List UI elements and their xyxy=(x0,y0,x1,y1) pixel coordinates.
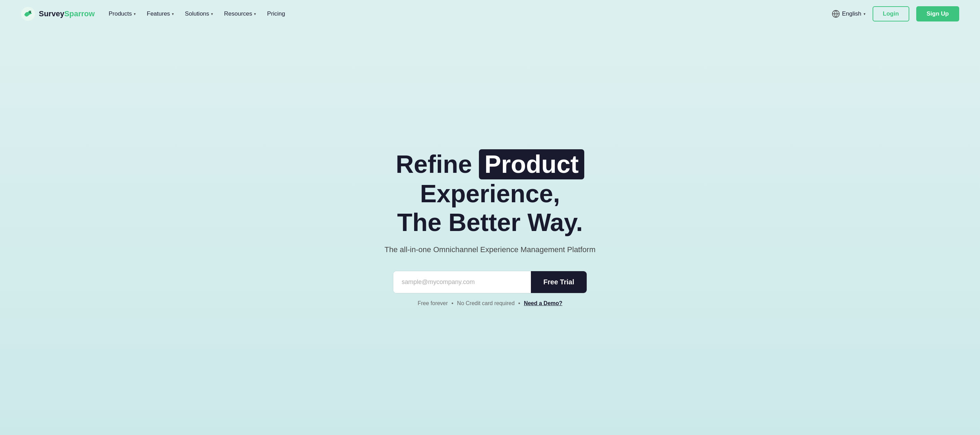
hero-subtitle: The all-in-one Omnichannel Experience Ma… xyxy=(385,245,596,254)
nav-item-solutions[interactable]: Solutions ▾ xyxy=(185,10,213,17)
language-selector[interactable]: English ▾ xyxy=(832,10,865,18)
chevron-down-icon: ▾ xyxy=(134,12,136,16)
nav-item-products[interactable]: Products ▾ xyxy=(108,10,135,17)
logo-icon xyxy=(21,6,35,21)
chevron-down-icon: ▾ xyxy=(172,12,174,16)
svg-point-1 xyxy=(29,11,31,13)
signup-button[interactable]: Sign Up xyxy=(916,6,959,21)
free-trial-button[interactable]: Free Trial xyxy=(531,271,587,293)
hero-section: Refine Product Experience, The Better Wa… xyxy=(0,28,980,435)
nav-item-pricing[interactable]: Pricing xyxy=(267,10,285,17)
nav-links: Products ▾ Features ▾ Solutions ▾ Resour… xyxy=(108,10,285,17)
nav-item-resources[interactable]: Resources ▾ xyxy=(224,10,256,17)
chevron-down-icon: ▾ xyxy=(254,12,256,16)
login-button[interactable]: Login xyxy=(873,6,909,21)
hero-title: Refine Product Experience, The Better Wa… xyxy=(334,149,646,237)
brand-name: SurveySparrow xyxy=(39,10,95,18)
globe-icon xyxy=(832,10,840,18)
nav-right: English ▾ Login Sign Up xyxy=(832,6,959,21)
nav-left: SurveySparrow Products ▾ Features ▾ Solu… xyxy=(21,6,285,21)
chevron-down-icon: ▾ xyxy=(211,12,213,16)
nav-item-features[interactable]: Features ▾ xyxy=(147,10,174,17)
email-input[interactable] xyxy=(393,271,531,293)
chevron-down-icon: ▾ xyxy=(864,12,865,16)
logo[interactable]: SurveySparrow xyxy=(21,6,95,21)
need-demo-link[interactable]: Need a Demo? xyxy=(524,300,562,306)
navbar: SurveySparrow Products ▾ Features ▾ Solu… xyxy=(0,0,980,28)
cta-note: Free forever • No Credit card required •… xyxy=(418,300,562,306)
cta-form: Free Trial xyxy=(393,271,587,293)
